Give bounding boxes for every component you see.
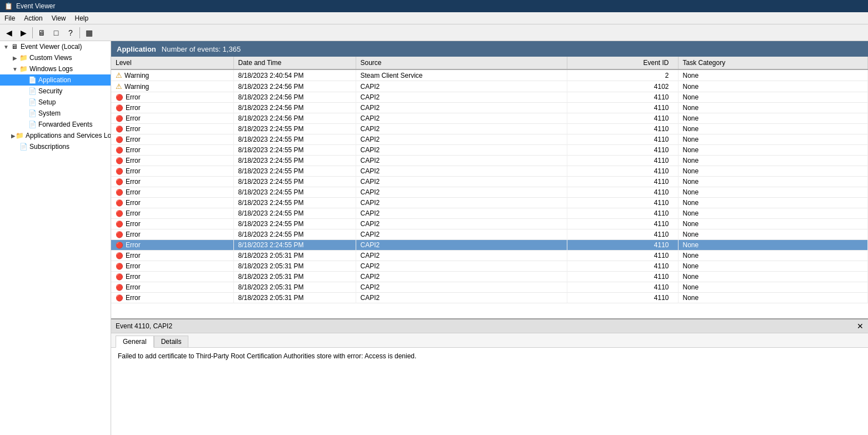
level-text: Warning: [124, 83, 149, 91]
sidebar-item-windows-logs[interactable]: ▼ 📁 Windows Logs: [0, 63, 111, 74]
table-row[interactable]: 🔴Error8/18/2023 2:24:55 PMCAPI24110None: [111, 208, 868, 219]
level-text: Error: [126, 262, 141, 270]
sidebar-label-windows-logs: Windows Logs: [29, 65, 73, 73]
table-row[interactable]: 🔴Error8/18/2023 2:24:55 PMCAPI24110None: [111, 219, 868, 229]
table-row[interactable]: 🔴Error8/18/2023 2:05:31 PMCAPI24110None: [111, 272, 868, 282]
cell-source: CAPI2: [356, 103, 567, 113]
col-source[interactable]: Source: [356, 57, 567, 69]
cell-category: None: [678, 145, 868, 156]
cell-category: None: [678, 272, 868, 282]
expand-icon: ▼: [2, 44, 10, 50]
table-row[interactable]: 🔴Error8/18/2023 2:24:55 PMCAPI24110None: [111, 145, 868, 156]
col-datetime[interactable]: Date and Time: [233, 57, 356, 69]
table-row[interactable]: 🔴Error8/18/2023 2:24:55 PMCAPI24110None: [111, 156, 868, 166]
forward-button[interactable]: ▶: [17, 26, 30, 39]
cell-level: 🔴Error: [111, 272, 233, 282]
cell-category: None: [678, 208, 868, 219]
sidebar-item-setup[interactable]: 📄 Setup: [0, 97, 111, 108]
console-tree-button[interactable]: ▦: [82, 26, 96, 39]
cell-level: 🔴Error: [111, 293, 233, 303]
cell-level: 🔴Error: [111, 282, 233, 293]
cell-source: CAPI2: [356, 166, 567, 177]
bottom-tabs: General Details: [111, 333, 868, 348]
sidebar-label-forwarded-events: Forwarded Events: [38, 121, 92, 128]
event-table: Level Date and Time Source Event ID Task…: [111, 57, 868, 303]
show-scope-button[interactable]: 🖥: [35, 26, 48, 39]
warning-icon: ⚠: [116, 82, 122, 91]
sidebar-item-custom-views[interactable]: ▶ 📁 Custom Views: [0, 52, 111, 63]
cell-category: None: [678, 187, 868, 198]
close-bottom-panel-button[interactable]: ✕: [857, 322, 864, 331]
table-row[interactable]: 🔴Error8/18/2023 2:24:55 PMCAPI24110None: [111, 198, 868, 208]
sidebar-root[interactable]: ▼ 🖥 Event Viewer (Local): [0, 41, 111, 52]
cell-category: None: [678, 198, 868, 208]
warning-icon: ⚠: [116, 71, 122, 79]
table-row[interactable]: ⚠Warning8/18/2023 2:40:54 PMSteam Client…: [111, 69, 868, 81]
cell-level: 🔴Error: [111, 145, 233, 156]
cell-category: None: [678, 81, 868, 92]
sidebar-item-application[interactable]: 📄 Application: [0, 74, 111, 86]
error-icon: 🔴: [116, 242, 123, 249]
cell-level: 🔴Error: [111, 156, 233, 166]
expand-icon-custom-views: ▶: [11, 55, 19, 61]
cell-eventid: 4110: [567, 219, 678, 229]
menu-item-file[interactable]: File: [0, 13, 19, 23]
col-level[interactable]: Level: [111, 57, 233, 69]
col-category[interactable]: Task Category: [678, 57, 868, 69]
error-icon: 🔴: [116, 263, 123, 270]
table-row[interactable]: ⚠Warning8/18/2023 2:24:56 PMCAPI24102Non…: [111, 81, 868, 92]
table-row[interactable]: 🔴Error8/18/2023 2:24:55 PMCAPI24110None: [111, 177, 868, 187]
computer-icon: 🖥: [10, 42, 19, 51]
sidebar-label-custom-views: Custom Views: [29, 54, 72, 62]
cell-level: 🔴Error: [111, 124, 233, 134]
table-row[interactable]: 🔴Error8/18/2023 2:24:55 PMCAPI24110None: [111, 187, 868, 198]
cell-category: None: [678, 103, 868, 113]
cell-source: CAPI2: [356, 177, 567, 187]
sidebar-item-subscriptions[interactable]: 📄 Subscriptions: [0, 141, 111, 152]
cell-datetime: 8/18/2023 2:24:56 PM: [233, 92, 356, 103]
table-header-row: Level Date and Time Source Event ID Task…: [111, 57, 868, 69]
menu-item-action[interactable]: Action: [19, 13, 47, 23]
col-eventid[interactable]: Event ID: [567, 57, 678, 69]
event-table-area: Level Date and Time Source Event ID Task…: [111, 57, 868, 318]
sidebar-item-forwarded-events[interactable]: 📄 Forwarded Events: [0, 119, 111, 130]
cell-datetime: 8/18/2023 2:24:55 PM: [233, 219, 356, 229]
properties-button[interactable]: □: [49, 26, 63, 39]
tab-details[interactable]: Details: [154, 336, 189, 347]
level-text: Error: [126, 209, 141, 217]
help-button[interactable]: ?: [64, 26, 77, 39]
expand-icon-app-services: ▶: [11, 133, 16, 139]
cell-datetime: 8/18/2023 2:05:31 PM: [233, 272, 356, 282]
table-row[interactable]: 🔴Error8/18/2023 2:24:56 PMCAPI24110None: [111, 92, 868, 103]
menu-item-help[interactable]: Help: [71, 13, 93, 23]
error-icon: 🔴: [116, 189, 123, 196]
cell-source: CAPI2: [356, 240, 567, 251]
cell-category: None: [678, 177, 868, 187]
table-row[interactable]: 🔴Error8/18/2023 2:24:56 PMCAPI24110None: [111, 103, 868, 113]
cell-source: CAPI2: [356, 187, 567, 198]
table-row[interactable]: 🔴Error8/18/2023 2:24:55 PMCAPI24110None: [111, 229, 868, 240]
table-row[interactable]: 🔴Error8/18/2023 2:24:55 PMCAPI24110None: [111, 124, 868, 134]
back-button[interactable]: ◀: [2, 26, 16, 39]
table-row[interactable]: 🔴Error8/18/2023 2:24:55 PMCAPI24110None: [111, 240, 868, 251]
cell-source: CAPI2: [356, 145, 567, 156]
table-row[interactable]: 🔴Error8/18/2023 2:05:31 PMCAPI24110None: [111, 261, 868, 272]
table-row[interactable]: 🔴Error8/18/2023 2:05:31 PMCAPI24110None: [111, 293, 868, 303]
level-text: Error: [126, 273, 141, 281]
sidebar-item-security[interactable]: 📄 Security: [0, 86, 111, 97]
table-row[interactable]: 🔴Error8/18/2023 2:24:55 PMCAPI24110None: [111, 134, 868, 145]
tab-general[interactable]: General: [116, 336, 154, 348]
menu-item-view[interactable]: View: [47, 13, 71, 23]
cell-eventid: 4110: [567, 156, 678, 166]
error-icon: 🔴: [116, 94, 123, 101]
table-row[interactable]: 🔴Error8/18/2023 2:05:31 PMCAPI24110None: [111, 282, 868, 293]
table-row[interactable]: 🔴Error8/18/2023 2:24:55 PMCAPI24110None: [111, 166, 868, 177]
sidebar-item-app-services[interactable]: ▶ 📁 Applications and Services Lo: [0, 130, 111, 141]
level-text: Error: [126, 93, 141, 101]
table-row[interactable]: 🔴Error8/18/2023 2:05:31 PMCAPI24110None: [111, 251, 868, 261]
cell-category: None: [678, 166, 868, 177]
cell-eventid: 4102: [567, 81, 678, 92]
sidebar-item-system[interactable]: 📄 System: [0, 108, 111, 119]
cell-datetime: 8/18/2023 2:24:55 PM: [233, 229, 356, 240]
table-row[interactable]: 🔴Error8/18/2023 2:24:56 PMCAPI24110None: [111, 113, 868, 124]
